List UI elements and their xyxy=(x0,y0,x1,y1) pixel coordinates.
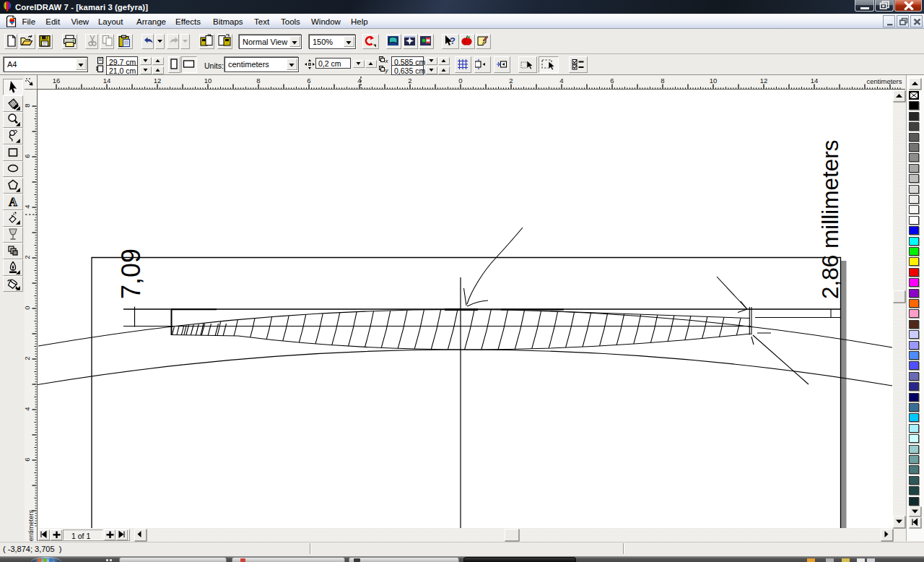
svg-text:7,09: 7,09 xyxy=(116,248,146,299)
svg-text:10: 10 xyxy=(710,77,718,85)
svg-text:10: 10 xyxy=(204,77,212,85)
svg-text:6: 6 xyxy=(25,457,31,461)
svg-text:2: 2 xyxy=(509,77,513,85)
svg-text:4: 4 xyxy=(559,77,563,85)
svg-text:2: 2 xyxy=(25,255,31,259)
svg-text:16: 16 xyxy=(53,77,61,85)
svg-text:6: 6 xyxy=(25,154,31,157)
svg-text:x: x xyxy=(385,58,389,64)
svg-text:0: 0 xyxy=(458,77,462,85)
svg-text:2,86 millimeters: 2,86 millimeters xyxy=(817,139,843,299)
svg-text:0: 0 xyxy=(25,306,31,309)
svg-text:8: 8 xyxy=(661,77,664,85)
svg-text:A: A xyxy=(9,195,17,207)
svg-text:6: 6 xyxy=(610,77,614,85)
svg-text:12: 12 xyxy=(154,77,162,85)
svg-text:8: 8 xyxy=(25,103,31,107)
svg-text:?: ? xyxy=(450,35,456,46)
svg-text:2: 2 xyxy=(25,356,31,360)
svg-text:y: y xyxy=(385,67,389,74)
svg-text:8: 8 xyxy=(256,77,260,85)
svg-text:centimeters: centimeters xyxy=(866,77,902,85)
svg-text:centimeters: centimeters xyxy=(27,510,35,541)
svg-text:12: 12 xyxy=(760,77,768,85)
svg-text:14: 14 xyxy=(103,77,111,85)
svg-text:2: 2 xyxy=(408,77,411,85)
svg-text:14: 14 xyxy=(811,77,819,85)
svg-text:4: 4 xyxy=(25,204,31,208)
svg-text:4: 4 xyxy=(25,407,31,410)
svg-text:6: 6 xyxy=(307,77,310,85)
